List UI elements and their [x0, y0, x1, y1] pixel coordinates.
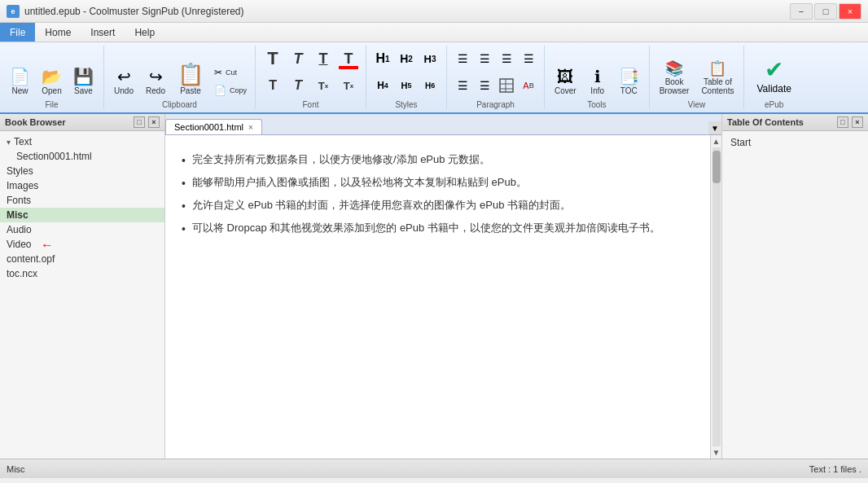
copy-icon: 📄	[214, 85, 226, 96]
h4-button[interactable]: H4	[371, 72, 394, 99]
para-group-label: Paragraph	[476, 100, 515, 109]
save-label: Save	[74, 86, 93, 95]
tree-audio[interactable]: Audio	[0, 222, 164, 237]
panel-close-button[interactable]: ×	[148, 116, 160, 128]
tab-section0001[interactable]: Section0001.html ×	[165, 119, 262, 134]
undo-label: Undo	[114, 86, 134, 95]
scroll-down-btn[interactable]: ▼	[712, 448, 721, 457]
ribbon-group-tools: 🖼 Cover ℹ Info 📑 TOC Tools	[545, 46, 650, 109]
para-btn-2[interactable]: ☰	[474, 46, 495, 72]
tab-scroll-down[interactable]: ▼	[708, 121, 721, 134]
redo-button[interactable]: ↪ Redo	[141, 65, 170, 99]
bullet-text-4: 可以将 Dropcap 和其他视觉效果添加到您的 ePub 书籍中，以使您的文件…	[192, 221, 660, 235]
table-contents-button[interactable]: 📋 Table ofContents	[696, 58, 739, 99]
new-button[interactable]: 📄 New	[5, 65, 35, 99]
font-btn-7[interactable]: Tx	[311, 72, 335, 99]
new-label: New	[11, 86, 28, 95]
para-table[interactable]	[496, 72, 517, 99]
scroll-track[interactable]	[712, 147, 721, 446]
tree-misc[interactable]: Misc	[0, 208, 164, 222]
bullet-4: •	[182, 222, 186, 235]
menu-file[interactable]: File	[0, 23, 35, 42]
panel-float-button[interactable]: □	[134, 116, 145, 128]
file-group-label: File	[45, 100, 58, 109]
font-btn-2[interactable]: T	[286, 46, 310, 72]
minimize-button[interactable]: −	[790, 3, 813, 20]
tab-close-button[interactable]: ×	[248, 123, 253, 132]
ribbon-group-clipboard: ↩ Undo ↪ Redo 📋 Paste ✂ Cut 📄 Copy	[104, 46, 256, 109]
toc-icon: 📑	[619, 68, 639, 85]
open-icon: 📂	[42, 68, 62, 85]
h3-button[interactable]: H3	[419, 46, 441, 72]
font-btn-1[interactable]: T	[261, 46, 285, 72]
main-layout: Book Browser □ × ▾ Text Section0001.html…	[0, 114, 868, 459]
h1-button[interactable]: H1	[371, 46, 394, 72]
menu-home[interactable]: Home	[35, 23, 81, 42]
font-btn-5[interactable]: T	[261, 72, 285, 99]
tree-styles[interactable]: Styles	[0, 164, 164, 178]
para-btn-8[interactable]: AB	[518, 72, 539, 99]
undo-button[interactable]: ↩ Undo	[109, 65, 138, 99]
bullet-1: •	[182, 154, 186, 167]
tree-fonts[interactable]: Fonts	[0, 193, 164, 208]
toc-close-button[interactable]: ×	[852, 116, 863, 128]
editor-main-row: • 完全支持所有元数据条目，以便方便地修改/添加 ePub 元数据。 • 能够帮…	[165, 135, 721, 459]
h6-button[interactable]: H6	[419, 72, 441, 99]
paste-button[interactable]: 📋 Paste	[173, 60, 208, 99]
scroll-thumb[interactable]	[712, 151, 721, 183]
tree-content-opf[interactable]: content.opf	[0, 252, 164, 266]
font-btn-6[interactable]: T	[286, 72, 310, 99]
info-button[interactable]: ℹ Info	[583, 65, 612, 99]
book-browser-button[interactable]: 📚 BookBrowser	[655, 58, 695, 99]
h5-button[interactable]: H5	[395, 72, 418, 99]
cover-label: Cover	[555, 86, 576, 95]
menu-insert[interactable]: Insert	[81, 23, 125, 42]
para-btn-3[interactable]: ☰	[496, 46, 517, 72]
maximize-button[interactable]: □	[814, 3, 837, 20]
tree-video[interactable]: Video ←	[0, 237, 164, 252]
menu-help[interactable]: Help	[125, 23, 164, 42]
scroll-up-btn[interactable]: ▲	[712, 137, 721, 146]
para-btn-5[interactable]: ☰	[452, 72, 473, 99]
h2-button[interactable]: H2	[395, 46, 418, 72]
tree-toc-ncx[interactable]: toc.ncx	[0, 266, 164, 281]
bullet-item-1: • 完全支持所有元数据条目，以便方便地修改/添加 ePub 元数据。	[182, 148, 694, 171]
editor-content[interactable]: • 完全支持所有元数据条目，以便方便地修改/添加 ePub 元数据。 • 能够帮…	[165, 135, 710, 459]
tree-text[interactable]: ▾ Text	[0, 134, 164, 149]
tab-bar: Section0001.html × ▼	[165, 114, 721, 135]
redo-label: Redo	[146, 86, 165, 95]
para-btn-4[interactable]: ☰	[518, 46, 539, 72]
close-button[interactable]: ×	[839, 3, 861, 20]
validate-buttons: ✔ Validate	[749, 46, 798, 99]
bullet-2: •	[182, 177, 186, 190]
toc-float-button[interactable]: □	[837, 116, 848, 128]
font-grid: T T T T T T Tx Tx	[261, 46, 361, 99]
font-btn-color[interactable]: T	[336, 46, 361, 72]
font-btn-8[interactable]: Tx	[336, 72, 361, 99]
tree-section0001[interactable]: Section0001.html	[0, 149, 164, 164]
bullet-text-1: 完全支持所有元数据条目，以便方便地修改/添加 ePub 元数据。	[192, 152, 490, 167]
open-button[interactable]: 📂 Open	[37, 65, 67, 99]
save-icon: 💾	[73, 68, 94, 85]
table-contents-label: Table ofContents	[701, 77, 734, 95]
heading-buttons: H1 H2 H3 H4 H5 H6	[371, 46, 441, 99]
info-label: Info	[590, 86, 604, 95]
font-btn-3[interactable]: T	[311, 46, 335, 72]
ribbon-group-file: 📄 New 📂 Open 💾 Save File	[0, 46, 104, 109]
status-left: Misc	[7, 464, 25, 474]
tree-images[interactable]: Images	[0, 178, 164, 193]
cover-button[interactable]: 🖼 Cover	[550, 65, 581, 99]
validate-button[interactable]: ✔ Validate	[749, 52, 798, 99]
para-btn-1[interactable]: ☰	[452, 46, 473, 72]
toc-button[interactable]: 📑 TOC	[614, 65, 644, 99]
save-button[interactable]: 💾 Save	[68, 65, 99, 99]
toc-item-start[interactable]: Start	[722, 134, 868, 151]
para-btn-6[interactable]: ☰	[474, 72, 495, 99]
ribbon-group-headings: H1 H2 H3 H4 H5 H6 Styles	[366, 46, 447, 109]
editor-scrollbar[interactable]: ▲ ▼	[710, 135, 721, 459]
toc-header: Table Of Contents □ ×	[722, 114, 868, 131]
copy-button[interactable]: 📄 Copy	[211, 82, 250, 99]
cut-button[interactable]: ✂ Cut	[211, 64, 250, 81]
font-buttons: T T T T T T Tx Tx	[261, 46, 361, 99]
tools-group-label: Tools	[587, 100, 606, 109]
